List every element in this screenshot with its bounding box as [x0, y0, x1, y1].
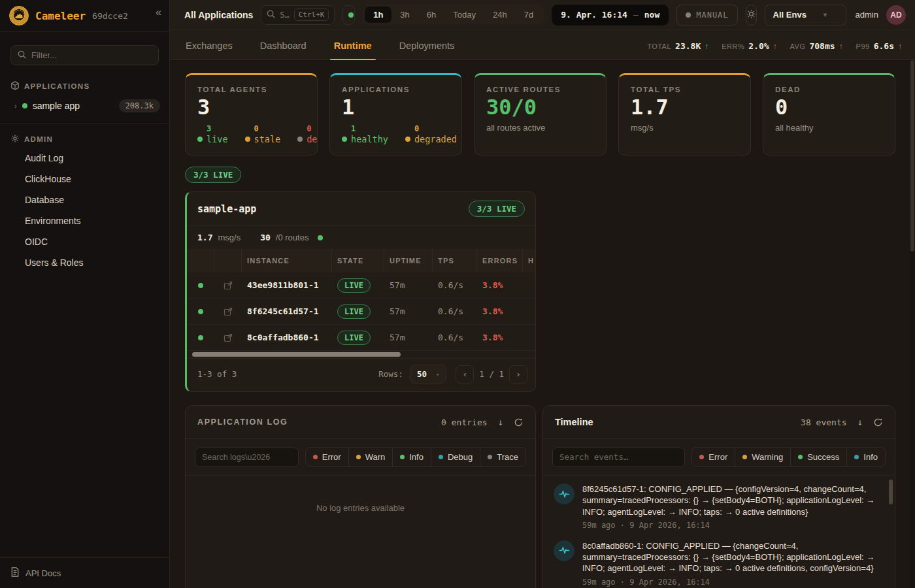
log-search-input[interactable]	[202, 453, 291, 462]
avatar[interactable]: AD	[886, 5, 906, 25]
table-row[interactable]: 43ee9811b801-1 LIVE 57m 0.6/s 3.8% 2	[187, 272, 535, 299]
timeline-scrollbar-thumb[interactable]	[889, 480, 893, 504]
state-badge: LIVE	[337, 278, 371, 293]
filter-warn[interactable]: Warn	[349, 448, 393, 466]
time-range-6h[interactable]: 6h	[418, 7, 444, 23]
tab-dashboard[interactable]: Dashboard	[259, 33, 308, 59]
environment-select[interactable]: All Envs ▾	[765, 5, 846, 25]
rows-per-page-label: Rows:	[378, 369, 403, 379]
tab-deployments[interactable]: Deployments	[398, 33, 456, 59]
sub-num: 0	[254, 124, 281, 134]
card-value: 1.7	[631, 96, 739, 119]
time-range-3h[interactable]: 3h	[391, 7, 418, 23]
sidebar-item-sample-app[interactable]: › sample app 208.3k	[0, 95, 169, 116]
time-range-today[interactable]: Today	[444, 7, 484, 23]
expand-chevron-icon[interactable]: ›	[14, 102, 17, 110]
filter-warning[interactable]: Warning	[735, 448, 791, 466]
applications-section-label: APPLICATIONS	[24, 82, 90, 90]
sub-label: healthy	[351, 134, 388, 145]
timeline-event[interactable]: 8c0affadb860-1: CONFIG_APPLIED — {change…	[554, 540, 883, 587]
theme-toggle-button[interactable]	[746, 5, 757, 25]
app-item-label: sample app	[33, 101, 80, 111]
filter-info[interactable]: Info	[847, 448, 885, 466]
manual-mode-dot	[686, 12, 691, 18]
filter-info[interactable]: Info	[393, 448, 431, 466]
build-version: 69dcce2	[92, 11, 128, 21]
col-instance: INSTANCE	[242, 249, 332, 272]
timeline-title: Timeline	[555, 417, 593, 427]
metric-total: TOTAL 23.8K ↑	[647, 41, 708, 51]
gear-icon	[10, 134, 20, 144]
metric-value: 6.6s	[874, 41, 894, 51]
filter-error[interactable]: Error	[692, 448, 735, 466]
sidebar-filter[interactable]	[10, 45, 159, 65]
degraded-dot	[405, 137, 410, 142]
time-range-24h[interactable]: 24h	[484, 7, 516, 23]
tab-runtime[interactable]: Runtime	[333, 33, 373, 59]
table-row[interactable]: 8c0affadb860-1 LIVE 57m 0.6/s 3.8% 5	[187, 325, 535, 351]
external-link-icon[interactable]	[214, 281, 242, 290]
tab-exchanges[interactable]: Exchanges	[184, 33, 234, 59]
event-time: 59m ago · 9 Apr 2026, 16:14	[582, 578, 883, 587]
sidebar-item-audit-log[interactable]: Audit Log	[0, 148, 169, 168]
app-card-stats: 1.7 msg/s 30 /0 routes	[187, 226, 535, 249]
refresh-mode-button[interactable]: MANUAL	[676, 5, 737, 25]
time-range-7d[interactable]: 7d	[516, 7, 542, 23]
app-health-dot	[318, 235, 323, 240]
table-row[interactable]: 8f6245c61d57-1 LIVE 57m 0.6/s 3.8% 5	[187, 299, 535, 325]
app-name: sample-app	[197, 203, 256, 215]
activity-pulse-icon	[554, 483, 574, 504]
state-badge: LIVE	[337, 304, 371, 319]
page-scrollbar-thumb[interactable]	[910, 60, 914, 252]
download-icon[interactable]: ↓	[498, 417, 503, 427]
sample-app-card: sample-app 3/3 LIVE 1.7 msg/s 30 /0 rout…	[185, 191, 536, 392]
online-status-button[interactable]: O	[342, 5, 355, 25]
refresh-icon[interactable]	[873, 417, 883, 427]
external-link-icon[interactable]	[214, 333, 242, 342]
rows-per-page-select[interactable]: 50 ▾	[410, 365, 446, 384]
timeline-event[interactable]: 8f6245c61d57-1: CONFIG_APPLIED — {config…	[554, 483, 883, 530]
sidebar-divider	[0, 123, 169, 123]
api-docs-link[interactable]: API Docs	[0, 557, 169, 588]
card-subtitle: msg/s	[631, 123, 739, 133]
instance-id: 8c0affadb860-1	[242, 333, 332, 342]
refresh-icon[interactable]	[514, 417, 524, 427]
sidebar-item-environments[interactable]: Environments	[0, 211, 169, 231]
sidebar-filter-input[interactable]	[31, 50, 152, 60]
filter-debug[interactable]: Debug	[431, 448, 480, 466]
time-range-1h[interactable]: 1h	[365, 7, 391, 23]
sidebar-item-users-roles[interactable]: Users & Roles	[0, 253, 169, 272]
h-cell: 2	[523, 280, 536, 290]
sidebar-item-clickhouse[interactable]: ClickHouse	[0, 169, 169, 189]
global-search-button[interactable]: S… Ctrl+K	[261, 5, 335, 25]
tabs-bar: Exchanges Dashboard Runtime Deployments …	[170, 30, 915, 60]
card-value: 3	[197, 96, 305, 119]
filter-label: Info	[409, 452, 424, 462]
stale-dot	[245, 137, 250, 142]
sidebar-item-database[interactable]: Database	[0, 190, 169, 210]
card-value: 1	[342, 96, 450, 119]
h-cell: 5	[523, 306, 536, 316]
metric-value: 23.8K	[675, 41, 701, 51]
timeline-search[interactable]	[552, 448, 685, 467]
filter-trace[interactable]: Trace	[480, 448, 525, 466]
sidebar-item-oidc[interactable]: OIDC	[0, 232, 169, 252]
prev-page-button[interactable]: ‹	[456, 365, 474, 384]
app-card-header[interactable]: sample-app 3/3 LIVE	[187, 192, 535, 226]
card-value: 0	[775, 96, 883, 119]
scrollbar-thumb[interactable]	[192, 352, 401, 357]
log-search[interactable]	[195, 448, 299, 467]
sidebar-collapse-button[interactable]: «	[156, 7, 161, 18]
external-link-icon[interactable]	[214, 307, 242, 316]
date-range-picker[interactable]: 9. Apr. 16:14 — now	[552, 5, 669, 25]
topbar: All Applications S… Ctrl+K O 1h 3h 6h To…	[170, 0, 915, 30]
next-page-button[interactable]: ›	[509, 365, 527, 384]
timeline-search-input[interactable]	[559, 452, 678, 462]
header-metrics: TOTAL 23.8K ↑ ERR% 2.0% ↑ AVG 708ms ↑ P9…	[647, 41, 902, 59]
filter-error[interactable]: Error	[306, 448, 349, 466]
download-icon[interactable]: ↓	[857, 417, 863, 427]
event-text: 8c0affadb860-1: CONFIG_APPLIED — {change…	[582, 540, 883, 574]
log-empty-state: No log entries available	[186, 476, 535, 513]
rows-per-page-value: 50	[417, 369, 427, 379]
filter-success[interactable]: Success	[791, 448, 847, 466]
